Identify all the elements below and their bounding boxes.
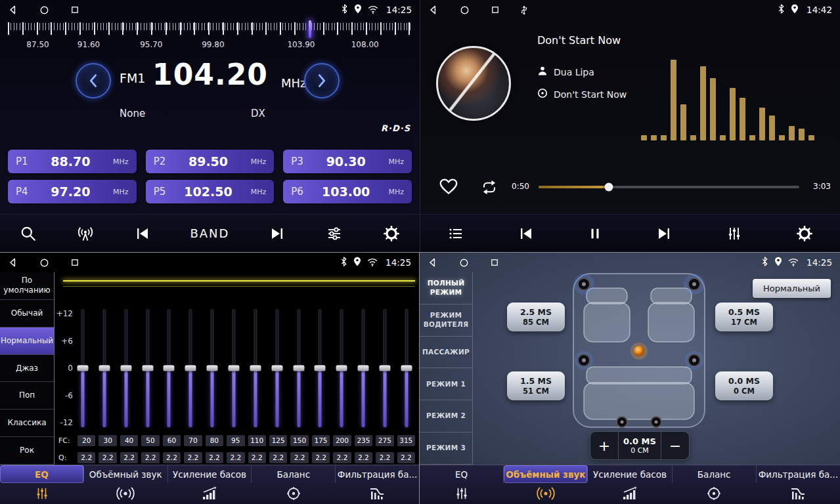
delay-rear-left[interactable]: 1.5 MS 51 CM (507, 371, 565, 400)
settings-gear-icon[interactable] (796, 225, 813, 242)
band-button[interactable]: BAND (190, 226, 229, 240)
filter-icon[interactable] (335, 483, 419, 504)
eq-band-slider[interactable] (206, 309, 218, 427)
home-icon[interactable] (39, 258, 49, 268)
next-track-icon[interactable] (655, 226, 673, 242)
filter-icon[interactable] (756, 483, 840, 504)
favorite-heart-icon[interactable] (439, 177, 458, 198)
delay-rear-right[interactable]: 0.0 MS 0 CM (715, 371, 773, 400)
balance-icon[interactable] (252, 483, 336, 504)
eq-band-slider[interactable] (271, 309, 283, 427)
eq-slider-handle[interactable] (142, 366, 153, 371)
surround-sound-icon[interactable] (504, 483, 588, 504)
previous-track-icon[interactable] (518, 226, 535, 242)
eq-slider-handle[interactable] (358, 366, 369, 371)
recents-icon[interactable] (70, 258, 79, 267)
preset-button-p4[interactable]: P497.20MHz (8, 180, 137, 203)
eq-band-slider[interactable] (142, 309, 154, 427)
delay-decrease-button[interactable]: − (661, 432, 689, 459)
tab-bass-boost[interactable]: Усиление басов (168, 465, 252, 483)
eq-band-slider[interactable] (336, 309, 347, 427)
eq-slider-handle[interactable] (164, 366, 175, 371)
recents-icon[interactable] (70, 5, 79, 14)
bass-boost-icon[interactable] (167, 483, 252, 504)
broadcast-icon[interactable] (76, 225, 95, 242)
tab-bass-boost[interactable]: Усиление басов (588, 465, 672, 483)
eq-preset-normal[interactable]: Нормальный (0, 327, 54, 355)
eq-preset-jazz[interactable]: Джаз (0, 355, 54, 383)
repeat-icon[interactable] (479, 179, 499, 198)
pause-icon[interactable] (588, 226, 602, 242)
eq-preset-classic[interactable]: Классика (0, 410, 54, 437)
tab-balance[interactable]: Баланс (252, 465, 336, 483)
delay-front-left[interactable]: 2.5 MS 85 CM (507, 303, 565, 331)
mode-driver[interactable]: РЕЖИМ ВОДИТЕЛЯ (420, 304, 472, 337)
eq-slider-handle[interactable] (315, 366, 326, 371)
eq-slider-handle[interactable] (293, 366, 304, 371)
search-icon[interactable] (20, 225, 37, 242)
eq-band-slider[interactable] (357, 309, 369, 427)
balance-icon[interactable] (672, 483, 756, 504)
recents-icon[interactable] (491, 5, 500, 14)
tab-balance[interactable]: Баланс (673, 465, 757, 483)
eq-band-slider[interactable] (293, 309, 305, 427)
eq-slider-handle[interactable] (250, 366, 261, 371)
surround-sound-icon[interactable] (84, 483, 168, 504)
back-icon[interactable] (8, 5, 18, 15)
tab-surround[interactable]: Объёмный звук (84, 465, 168, 483)
eq-slider-handle[interactable] (380, 366, 391, 371)
eq-preset-custom[interactable]: Обычай (0, 300, 54, 327)
preset-button-p3[interactable]: P390.30MHz (283, 150, 412, 173)
eq-band-slider[interactable] (99, 309, 110, 427)
tab-eq[interactable]: EQ (0, 465, 84, 483)
next-track-icon[interactable] (269, 226, 286, 242)
seek-down-button[interactable] (76, 63, 111, 98)
preset-button-p2[interactable]: P289.50MHz (146, 150, 275, 173)
eq-slider-handle[interactable] (401, 366, 412, 371)
progress-slider[interactable] (539, 186, 799, 188)
progress-thumb[interactable] (605, 183, 613, 192)
tab-filter[interactable]: Фильтрация ба... (757, 465, 840, 483)
eq-preset-pop[interactable]: Поп (0, 382, 54, 410)
eq-band-slider[interactable] (379, 309, 391, 427)
home-icon[interactable] (460, 5, 470, 15)
mixer-icon[interactable] (726, 226, 743, 242)
eq-band-slider[interactable] (250, 309, 261, 427)
eq-preset-rock[interactable]: Рок (0, 437, 54, 465)
tab-surround[interactable]: Объёмный звук (504, 465, 588, 483)
eq-slider-handle[interactable] (207, 366, 218, 371)
eq-slider-handle[interactable] (229, 366, 240, 371)
preset-button-p5[interactable]: P5102.50MHz (146, 180, 275, 203)
preset-button-p6[interactable]: P6103.00MHz (283, 180, 412, 203)
settings-gear-icon[interactable] (383, 225, 400, 242)
delay-increase-button[interactable]: + (590, 432, 618, 459)
eq-band-slider[interactable] (228, 309, 240, 427)
home-icon[interactable] (39, 5, 49, 15)
eq-slider-handle[interactable] (271, 366, 282, 371)
mode-2[interactable]: РЕЖИМ 2 (420, 400, 472, 432)
eq-slider-handle[interactable] (336, 366, 347, 371)
eq-band-slider[interactable] (401, 309, 412, 427)
eq-slider-handle[interactable] (99, 366, 110, 371)
bass-boost-icon[interactable] (588, 483, 672, 504)
back-icon[interactable] (428, 257, 438, 268)
mode-1[interactable]: РЕЖИМ 1 (420, 368, 472, 400)
mode-3[interactable]: РЕЖИМ 3 (420, 432, 472, 465)
eq-band-slider[interactable] (314, 309, 326, 427)
seek-up-button[interactable] (304, 63, 340, 98)
eq-slider-handle[interactable] (77, 366, 89, 371)
eq-faders-icon[interactable] (0, 483, 84, 504)
back-icon[interactable] (8, 257, 18, 268)
eq-band-slider[interactable] (77, 309, 89, 427)
back-icon[interactable] (428, 5, 439, 15)
recents-icon[interactable] (490, 258, 499, 267)
delay-front-right[interactable]: 0.5 MS 17 CM (715, 303, 773, 331)
tab-filter[interactable]: Фильтрация ба... (336, 465, 419, 483)
eq-preset-default[interactable]: По умолчанию (0, 272, 54, 300)
preset-button-p1[interactable]: P188.70MHz (8, 150, 137, 173)
tuning-needle[interactable] (309, 20, 311, 38)
sound-preset-button[interactable]: Нормальный (753, 279, 831, 298)
eq-slider-handle[interactable] (120, 366, 131, 371)
mode-full[interactable]: ПОЛНЫЙ РЕЖИМ (420, 272, 472, 304)
tab-eq[interactable]: EQ (420, 465, 504, 483)
